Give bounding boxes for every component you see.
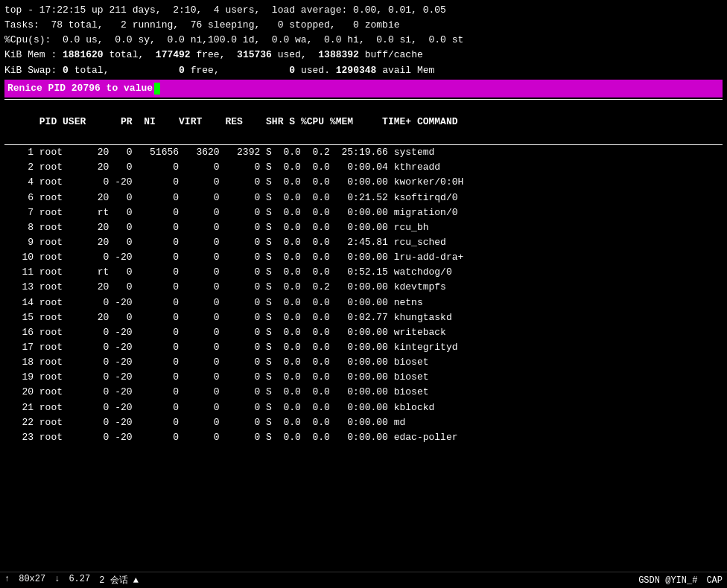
table-row: 2 root 20 0 0 0 0 S 0.0 0.0 0:00.04 kthr… [4,160,723,175]
table-row: 6 root 20 0 0 0 0 S 0.0 0.0 0:21.52 ksof… [4,191,723,205]
status-bar: ↑ 80x27 ↓ 6.27 2 会话 ▲ GSDN @YIN_# CAP [0,572,727,588]
table-row: 9 root 20 0 0 0 0 S 0.0 0.0 2:45.81 rcu_… [4,235,723,250]
table-row: 18 root 0 -20 0 0 0 S 0.0 0.0 0:00.00 bi… [4,355,723,370]
table-row: 7 root rt 0 0 0 0 S 0.0 0.0 0:00.00 migr… [4,205,723,220]
table-row: 20 root 0 -20 0 0 0 S 0.0 0.0 0:00.00 bi… [4,385,723,400]
user-label: GSDN @YIN_# [638,575,697,586]
header-line-5: KiB Swap: 0 total, 0 free, 0 used. 12903… [4,63,723,78]
header-line-2: Tasks: 78 total, 2 running, 76 sleeping,… [4,18,723,33]
table-header-row: PID USER PR NI VIRT RES SHR S %CPU %MEM … [4,99,723,145]
renice-prompt-text: Renice PID 20796 to value [7,83,153,94]
table-row: 19 root 0 -20 0 0 0 S 0.0 0.0 0:00.00 bi… [4,370,723,385]
sessions-label: 2 会话 ▲ [99,574,139,587]
table-row: 21 root 0 -20 0 0 0 S 0.0 0.0 0:00.00 kb… [4,400,723,415]
terminal-dimensions: 80x27 [19,574,45,587]
scroll-up-icon: ↑ [4,574,10,587]
table-row: 16 root 0 -20 0 0 0 S 0.0 0.0 0:00.00 wr… [4,325,723,340]
header-line-4: KiB Mem : 1881620 total, 177492 free, 31… [4,48,723,63]
line-number: 6.27 [69,574,90,587]
table-row: 23 root 0 -20 0 0 0 S 0.0 0.0 0:00.00 ed… [4,430,723,445]
cap-label: CAP [706,575,723,586]
status-left: ↑ 80x27 ↓ 6.27 2 会话 ▲ [4,574,139,587]
table-row: 17 root 0 -20 0 0 0 S 0.0 0.0 0:00.00 ki… [4,340,723,355]
renice-prompt-bar[interactable]: Renice PID 20796 to value [4,80,723,98]
table-row: 15 root 20 0 0 0 0 S 0.0 0.0 0:02.77 khu… [4,310,723,325]
table-row: 14 root 0 -20 0 0 0 S 0.0 0.0 0:00.00 ne… [4,295,723,310]
table-row: 22 root 0 -20 0 0 0 S 0.0 0.0 0:00.00 md [4,415,723,430]
table-row: 13 root 20 0 0 0 0 S 0.0 0.2 0:00.00 kde… [4,280,723,295]
process-table: 1 root 20 0 51656 3620 2392 S 0.0 0.2 25… [4,145,723,445]
terminal-window: top - 17:22:15 up 211 days, 2:10, 4 user… [0,0,727,588]
header-line-1: top - 17:22:15 up 211 days, 2:10, 4 user… [4,3,723,18]
scroll-down-icon: ↓ [54,574,60,587]
table-row: 4 root 0 -20 0 0 0 S 0.0 0.0 0:00.00 kwo… [4,175,723,190]
top-header: top - 17:22:15 up 211 days, 2:10, 4 user… [4,3,723,78]
table-row: 1 root 20 0 51656 3620 2392 S 0.0 0.2 25… [4,145,723,160]
header-line-3: %Cpu(s): 0.0 us, 0.0 sy, 0.0 ni,100.0 id… [4,33,723,48]
table-row: 10 root 0 -20 0 0 0 S 0.0 0.0 0:00.00 lr… [4,250,723,265]
table-row: 11 root rt 0 0 0 0 S 0.0 0.0 0:52.15 wat… [4,265,723,280]
status-right: GSDN @YIN_# CAP [638,575,723,586]
renice-cursor [154,83,160,95]
table-row: 8 root 20 0 0 0 0 S 0.0 0.0 0:00.00 rcu_… [4,220,723,235]
